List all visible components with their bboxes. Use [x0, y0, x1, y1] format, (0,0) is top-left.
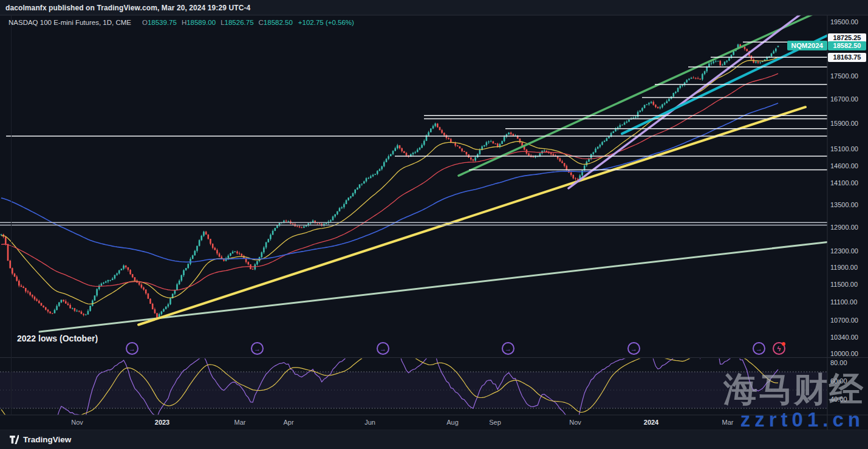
- price-axis-label: 10340.00: [830, 334, 858, 341]
- ohlc-key: H: [182, 19, 186, 26]
- footer-bar: TradingView: [0, 430, 868, 449]
- price-axis-label: 10000.00: [830, 350, 858, 357]
- time-axis-label: Jun: [364, 419, 375, 426]
- purple-steep-trend: [569, 14, 801, 188]
- time-axis-label: 2024: [644, 419, 658, 426]
- ohlc-key: C: [259, 19, 264, 26]
- time-axis-label: Nov: [569, 419, 581, 426]
- price-axis-label: 14100.00: [830, 179, 858, 187]
- published-chart-page: dacolmanfx published on TradingView.com,…: [0, 0, 868, 449]
- notification-dot: [782, 342, 785, 346]
- rsi-axis-label: 60.00: [830, 377, 847, 385]
- change-value: +102.75 (+0.56%): [298, 19, 354, 26]
- timeline-marker-icon[interactable]: →: [126, 342, 138, 355]
- timeline-marker-icon[interactable]: →: [251, 342, 264, 355]
- timeline-marker-icon[interactable]: →: [753, 342, 765, 355]
- price-axis-label: 12300.00: [830, 247, 858, 255]
- price-axis-label: 16700.00: [830, 95, 858, 103]
- price-axis-label: 15900.00: [830, 120, 858, 127]
- price-axis-label: 10700.00: [830, 317, 858, 324]
- watermark: 海马财经 zzrt01.cn: [723, 371, 864, 431]
- tradingview-logo[interactable]: TradingView: [0, 435, 71, 444]
- time-axis-label: Apr: [283, 419, 293, 426]
- mint-long-term-support: [39, 242, 827, 332]
- symbol-title: NASDAQ 100 E-mini Futures, 1D, CME: [9, 19, 131, 26]
- time-axis-label: Mar: [722, 419, 734, 426]
- rsi-ma-line: [1, 348, 778, 435]
- ohlc-key: L: [220, 19, 224, 26]
- price-axis-label: 14600.00: [830, 162, 858, 170]
- ohlc-value: 18539.75: [148, 19, 177, 26]
- green-channel-line: [459, 15, 812, 176]
- ohlc-value: 18526.75: [225, 19, 254, 26]
- price-axis-label: 12900.00: [830, 224, 858, 231]
- rsi-line: [1, 348, 778, 431]
- watermark-url-text: zzrt01.cn: [723, 408, 864, 431]
- price-axis-label: 11100.00: [830, 298, 857, 306]
- price-axis-label: 15100.00: [830, 145, 858, 153]
- price-badge: 18582.50: [828, 41, 866, 50]
- time-axis-label: Sep: [489, 419, 501, 426]
- timeline-marker-icon[interactable]: →: [377, 342, 389, 355]
- time-axis-label: 2023: [155, 419, 169, 426]
- mid-ma-red: [1, 74, 778, 290]
- time-axis-label: Mar: [234, 419, 246, 426]
- price-axis-label: 13500.00: [830, 201, 858, 208]
- tradingview-logo-icon: [10, 435, 19, 444]
- price-badge: 18725.25: [828, 33, 866, 43]
- time-axis-label: Aug: [446, 419, 459, 426]
- slow-ma-blue: [1, 103, 778, 262]
- ohlc-key: O: [142, 19, 148, 26]
- cyan-rising-support: [622, 35, 830, 134]
- timeline-marker-icon[interactable]: →: [502, 342, 514, 355]
- series-symbol-badge: NQM2024: [787, 41, 827, 50]
- ohlc-value: 18589.00: [186, 19, 216, 26]
- rsi-pane[interactable]: [0, 348, 827, 436]
- price-axis-label: 11900.00: [830, 264, 858, 271]
- yellow-major-uptrend: [138, 107, 805, 324]
- tradingview-brand-text: TradingView: [23, 435, 71, 444]
- lows-annotation: 2022 lows (October): [17, 334, 98, 343]
- price-axis-label: 17500.00: [830, 72, 858, 80]
- time-axis-label: Nov: [71, 419, 83, 426]
- rsi-axis-label: 80.00: [830, 359, 847, 366]
- publish-bar: dacolmanfx published on TradingView.com,…: [0, 0, 868, 15]
- price-chart-canvas: [0, 0, 868, 449]
- publish-attribution-text: dacolmanfx published on TradingView.com,…: [0, 4, 250, 12]
- timeline-marker-icon[interactable]: →: [627, 342, 640, 355]
- price-axis-label: 19500.00: [830, 18, 858, 26]
- flash-alert-icon[interactable]: ϟ: [773, 342, 785, 355]
- watermark-cjk-text: 海马财经: [723, 371, 864, 408]
- main-pane[interactable]: [0, 14, 830, 332]
- rsi-axis-label: 40.00: [830, 396, 847, 403]
- price-badge: 18163.75: [828, 53, 866, 62]
- price-axis-label: 11500.00: [830, 281, 858, 288]
- fast-ma-yellow: [1, 57, 778, 304]
- chart-legend: NASDAQ 100 E-mini Futures, 1D, CMEO18539…: [9, 19, 354, 26]
- ohlc-value: 18582.50: [264, 19, 293, 26]
